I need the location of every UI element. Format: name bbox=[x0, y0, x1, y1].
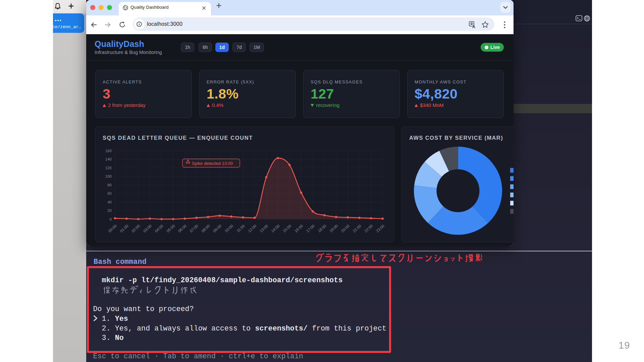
svg-text:01:00: 01:00 bbox=[119, 224, 129, 233]
svg-text:19:00: 19:00 bbox=[329, 224, 338, 233]
svg-text:15:00: 15:00 bbox=[282, 224, 292, 233]
svg-text:09:00: 09:00 bbox=[212, 224, 222, 233]
svg-text:04:00: 04:00 bbox=[154, 224, 164, 233]
svg-text:21:00: 21:00 bbox=[352, 224, 362, 233]
svg-text:13:00: 13:00 bbox=[259, 224, 269, 233]
svg-text:02:00: 02:00 bbox=[131, 224, 141, 233]
svg-text:140: 140 bbox=[105, 157, 112, 161]
svg-text:08:00: 08:00 bbox=[201, 224, 210, 233]
svg-text:07:00: 07:00 bbox=[189, 224, 199, 233]
svg-text:03:00: 03:00 bbox=[143, 224, 152, 233]
svg-text:16:00: 16:00 bbox=[294, 224, 304, 233]
svg-text:05:00: 05:00 bbox=[166, 224, 175, 233]
svg-text:00:00: 00:00 bbox=[108, 224, 117, 233]
svg-text:10:00: 10:00 bbox=[224, 224, 234, 233]
svg-text:22:00: 22:00 bbox=[364, 224, 373, 233]
svg-text:23:00: 23:00 bbox=[375, 224, 385, 233]
svg-text:20:00: 20:00 bbox=[340, 224, 350, 233]
svg-text:11:00: 11:00 bbox=[236, 224, 246, 233]
svg-text:12:00: 12:00 bbox=[247, 224, 257, 233]
svg-text:80: 80 bbox=[107, 183, 112, 187]
svg-text:20: 20 bbox=[107, 208, 112, 213]
svg-text:160: 160 bbox=[105, 149, 112, 153]
svg-text:14:00: 14:00 bbox=[270, 224, 280, 233]
svg-text:Spike detected 13:00: Spike detected 13:00 bbox=[192, 161, 233, 166]
svg-text:0: 0 bbox=[110, 217, 112, 221]
svg-text:100: 100 bbox=[105, 174, 112, 178]
svg-text:40: 40 bbox=[107, 200, 112, 204]
svg-text:120: 120 bbox=[105, 166, 112, 170]
svg-text:60: 60 bbox=[107, 191, 112, 195]
svg-text:06:00: 06:00 bbox=[177, 224, 187, 233]
svg-text:18:00: 18:00 bbox=[317, 224, 327, 233]
svg-text:17:00: 17:00 bbox=[306, 224, 315, 233]
